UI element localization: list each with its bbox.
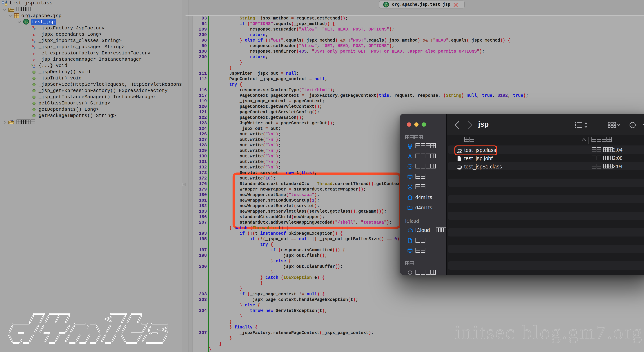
svg-text:A: A (408, 153, 412, 159)
svg-text:G: G (384, 3, 388, 7)
